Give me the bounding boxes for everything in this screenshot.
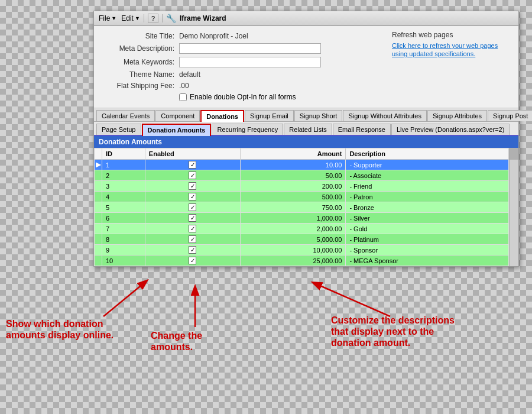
theme-label: Theme Name: <box>102 70 179 79</box>
content-area: Donation Amounts ID Enabled Amount Descr… <box>94 136 518 266</box>
cell-amount: 10.00 <box>240 160 346 170</box>
col-amount: Amount <box>240 148 346 160</box>
cell-amount: 2,000.00 <box>240 224 346 234</box>
table-row[interactable]: 5✓750.00- Bronze <box>95 202 509 213</box>
cell-id: 1 <box>102 160 145 170</box>
cell-enabled[interactable]: ✓ <box>145 245 240 255</box>
table-row[interactable]: ▶1✓10.00- Supporter <box>95 160 509 170</box>
row-indicator <box>95 224 102 234</box>
tab-signup-email[interactable]: Signup Email <box>245 110 294 121</box>
cell-amount: 5,000.00 <box>240 234 346 245</box>
cell-description: - Platinum <box>346 234 509 245</box>
edit-menu-arrow: ▼ <box>135 15 140 21</box>
cell-enabled[interactable]: ✓ <box>145 202 240 213</box>
subtab-donation-amounts[interactable]: Donation Amounts <box>142 124 212 136</box>
table-row[interactable]: 6✓1,000.00- Silver <box>95 213 509 224</box>
table-container: ID Enabled Amount Description ▶1✓10.00- … <box>94 148 509 266</box>
table-row[interactable]: 7✓2,000.00- Gold <box>95 224 509 234</box>
table-row[interactable]: 3✓200.00- Friend <box>95 181 509 192</box>
table-row[interactable]: 4✓500.00- Patron <box>95 192 509 202</box>
refresh-link[interactable]: Click here to refresh your web pages usi… <box>392 41 510 59</box>
file-menu[interactable]: File ▼ <box>99 14 116 22</box>
cell-enabled[interactable]: ✓ <box>145 224 240 234</box>
cell-description: - MEGA Sponsor <box>346 255 509 266</box>
col-indicator <box>95 148 102 160</box>
subtab-email-response[interactable]: Email Response <box>333 124 391 135</box>
meta-desc-input[interactable] <box>179 43 321 54</box>
row-indicator <box>95 202 102 213</box>
cell-description: - Supporter <box>346 160 509 170</box>
divider2 <box>162 14 163 22</box>
cell-description: - Patron <box>346 192 509 202</box>
table-row[interactable]: 8✓5,000.00- Platinum <box>95 234 509 245</box>
annotation-text-3: Customize the descriptionsthat display n… <box>331 315 485 349</box>
cell-id: 2 <box>102 170 145 181</box>
tab-signup-without[interactable]: Signup Without Attributes <box>343 110 427 121</box>
cell-amount: 50.00 <box>240 170 346 181</box>
tab-component[interactable]: Component <box>155 110 200 121</box>
menu-divider <box>144 14 144 22</box>
cell-amount: 200.00 <box>240 181 346 192</box>
cell-id: 6 <box>102 213 145 224</box>
cell-description: - Sponsor <box>346 245 509 255</box>
row-indicator <box>95 170 102 181</box>
donation-table: ID Enabled Amount Description ▶1✓10.00- … <box>94 148 509 266</box>
meta-kw-row: Meta Keywords: <box>102 57 510 67</box>
tab-signup-attr[interactable]: Signup Attributes <box>427 110 487 121</box>
cell-description: - Friend <box>346 181 509 192</box>
annotation-text-2: Change theamounts. <box>151 330 245 352</box>
menu-bar: File ▼ Edit ▼ <box>99 14 140 22</box>
subtab-recurring[interactable]: Recurring Frequency <box>212 124 283 135</box>
subtab-live-preview[interactable]: Live Preview (Donations.aspx?ver=2) <box>391 124 510 135</box>
refresh-label: Refresh web pages <box>392 31 510 39</box>
cell-enabled[interactable]: ✓ <box>145 234 240 245</box>
col-description: Description <box>346 148 509 160</box>
form-area-wrapper: Site Title: Demo Nonprofit - Joel Meta D… <box>94 26 518 108</box>
help-button[interactable]: ? <box>148 14 158 23</box>
cell-enabled[interactable]: ✓ <box>145 213 240 224</box>
optin-checkbox[interactable] <box>179 93 187 101</box>
cell-id: 5 <box>102 202 145 213</box>
tabs-row-1: Calendar Events Component Donations Sign… <box>94 108 518 122</box>
optin-label: Enable double Opt-In for all forms <box>190 93 296 101</box>
wizard-icon: 🔧 <box>166 14 176 23</box>
cell-enabled[interactable]: ✓ <box>145 181 240 192</box>
cell-amount: 10,000.00 <box>240 245 346 255</box>
app-window: File ▼ Edit ▼ ? 🔧 Iframe Wizard Site Tit… <box>93 11 519 267</box>
col-id: ID <box>102 148 145 160</box>
scrollbar-thumb[interactable] <box>510 148 518 160</box>
row-indicator <box>95 245 102 255</box>
edit-menu[interactable]: Edit ▼ <box>121 14 140 22</box>
section-header: Donation Amounts <box>94 136 518 148</box>
scrollbar[interactable] <box>509 148 518 266</box>
tab-signup-short[interactable]: Signup Short <box>294 110 343 121</box>
cell-amount: 500.00 <box>240 192 346 202</box>
title-text: Iframe Wizard <box>180 14 226 22</box>
cell-enabled[interactable]: ✓ <box>145 255 240 266</box>
theme-row: Theme Name: default <box>102 70 510 79</box>
cell-enabled[interactable]: ✓ <box>145 160 240 170</box>
cell-enabled[interactable]: ✓ <box>145 170 240 181</box>
table-body: ▶1✓10.00- Supporter2✓50.00- Associate3✓2… <box>95 160 509 266</box>
cell-description: - Silver <box>346 213 509 224</box>
subtab-related-lists[interactable]: Related Lists <box>284 124 332 135</box>
row-indicator: ▶ <box>95 160 102 170</box>
cell-description: - Associate <box>346 170 509 181</box>
cell-id: 4 <box>102 192 145 202</box>
meta-kw-input[interactable] <box>179 57 321 67</box>
table-row[interactable]: 9✓10,000.00- Sponsor <box>95 245 509 255</box>
shipping-label: Flat Shipping Fee: <box>102 82 179 90</box>
site-title-value: Demo Nonprofit - Joel <box>179 32 248 40</box>
tab-signup-post[interactable]: Signup Post <box>488 110 532 121</box>
meta-kw-label: Meta Keywords: <box>102 58 179 66</box>
tabs-row-2: Page Setup Donation Amounts Recurring Fr… <box>94 122 518 136</box>
row-indicator <box>95 181 102 192</box>
cell-enabled[interactable]: ✓ <box>145 192 240 202</box>
tab-donations[interactable]: Donations <box>200 110 244 122</box>
table-row[interactable]: 10✓25,000.00- MEGA Sponsor <box>95 255 509 266</box>
tab-calendar-events[interactable]: Calendar Events <box>96 110 155 121</box>
subtab-page-setup[interactable]: Page Setup <box>96 124 141 135</box>
site-title-label: Site Title: <box>102 32 179 40</box>
table-row[interactable]: 2✓50.00- Associate <box>95 170 509 181</box>
optin-row: Enable double Opt-In for all forms <box>102 93 510 101</box>
